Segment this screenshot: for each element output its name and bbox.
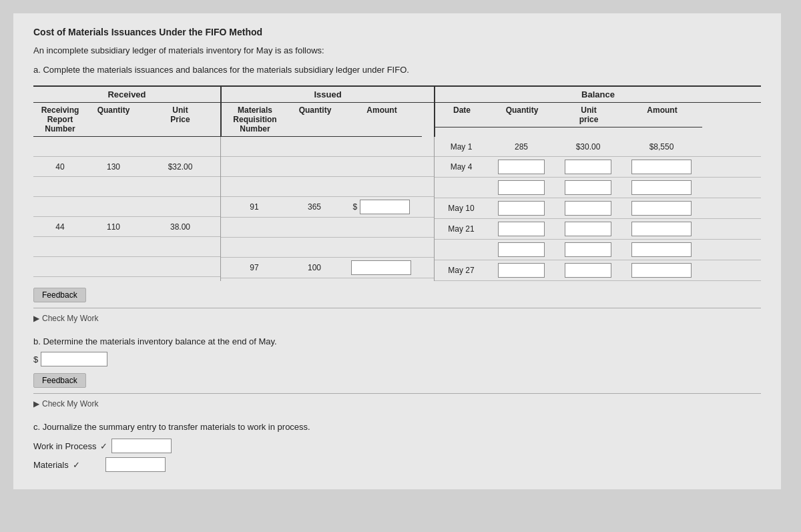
section-c: c. Journalize the summary entry to trans… xyxy=(33,422,761,472)
qty-bal-input-may10[interactable] xyxy=(498,201,545,216)
check-work-label-b: Check My Work xyxy=(42,399,98,409)
cell-date xyxy=(435,185,488,190)
feedback-section-a: Feedback ▶ Check My Work xyxy=(33,288,761,323)
page-title: Cost of Materials Issuances Under the FI… xyxy=(33,27,761,37)
cell-qty-bal xyxy=(488,198,555,218)
table-row: 40 130 $32.00 xyxy=(33,157,220,177)
cell-amount-iss: $ xyxy=(341,197,421,217)
date-header: Date xyxy=(435,103,489,127)
cell-date: May 10 xyxy=(435,201,488,216)
inventory-balance-input[interactable] xyxy=(41,352,107,366)
materials-account: Materials ✓ xyxy=(33,457,166,472)
unit-price-bal-input-may4-1[interactable] xyxy=(565,160,611,174)
check-work-b[interactable]: ▶ Check My Work xyxy=(33,399,761,409)
amount-bal-input-may10[interactable] xyxy=(631,201,692,216)
unit-price-bal-input-may10[interactable] xyxy=(565,201,611,216)
main-page: Cost of Materials Issuances Under the FI… xyxy=(13,13,781,489)
divider-a xyxy=(33,308,761,308)
amount-bal-header: Amount xyxy=(622,103,702,127)
qty-bal-input-may27[interactable] xyxy=(498,263,545,278)
amount-bal-input-may27[interactable] xyxy=(631,263,692,278)
cell-qty-bal xyxy=(488,219,555,239)
materials-label: Materials xyxy=(33,460,69,470)
table-section: Received ReceivingReportNumber Quantity … xyxy=(33,85,761,281)
cell-qty-bal: 285 xyxy=(488,140,555,154)
table-row: 91 365 $ xyxy=(221,197,434,218)
amount-bal-input-may21-1[interactable] xyxy=(631,222,692,236)
group-header-row: Received ReceivingReportNumber Quantity … xyxy=(33,85,761,137)
cell-recv-report: 44 xyxy=(33,220,87,234)
work-in-process-account: Work in Process ✓ xyxy=(33,439,172,453)
cell-recv-report: 40 xyxy=(33,160,87,174)
work-in-process-check-icon: ✓ xyxy=(100,441,107,451)
unit-price-bal-input-may4-2[interactable] xyxy=(565,180,611,195)
check-work-icon-a: ▶ xyxy=(33,314,39,323)
check-work-a[interactable]: ▶ Check My Work xyxy=(33,314,761,323)
cell-qty-iss xyxy=(288,164,341,170)
unit-price-bal-input-may21-1[interactable] xyxy=(565,222,611,236)
cell-qty-iss xyxy=(288,245,341,250)
amount-iss-input-may10[interactable] xyxy=(360,200,410,214)
cell-mat-req: 91 xyxy=(221,200,288,214)
cell-qty-iss xyxy=(288,144,341,150)
amount-bal-input-may21-2[interactable] xyxy=(631,242,692,257)
unit-price-bal-input-may27[interactable] xyxy=(565,263,611,278)
amount-bal-input-may4-1[interactable] xyxy=(631,160,692,174)
cell-qty-recv: 110 xyxy=(87,220,140,234)
cell-unit-price-bal xyxy=(555,198,621,218)
cell-unit-price-bal xyxy=(555,157,621,177)
table-row xyxy=(33,197,220,217)
feedback-button-b[interactable]: Feedback xyxy=(33,373,86,388)
cell-qty-recv xyxy=(87,204,140,210)
cell-qty-recv xyxy=(87,184,140,190)
check-work-label-a: Check My Work xyxy=(42,314,98,323)
cell-date: May 4 xyxy=(435,160,488,174)
issued-label: Issued xyxy=(222,87,434,103)
amount-iss-input-may27[interactable] xyxy=(351,260,411,275)
journal-row-materials: Materials ✓ xyxy=(33,457,761,472)
cell-unit-price-bal xyxy=(555,240,621,260)
qty-bal-input-may4-2[interactable] xyxy=(498,180,545,195)
work-in-process-input[interactable] xyxy=(111,439,172,453)
table-row: 44 110 38.00 xyxy=(33,217,220,237)
table-row xyxy=(435,240,761,260)
cell-unit-price xyxy=(140,264,220,270)
balance-col-headers: Date Quantity Unitprice Amount xyxy=(435,103,761,127)
amount-bal-input-may4-2[interactable] xyxy=(631,180,692,195)
materials-input[interactable] xyxy=(105,457,166,472)
table-row xyxy=(33,257,220,277)
cell-qty-bal xyxy=(488,157,555,177)
table-row xyxy=(33,237,220,257)
feedback-section-b: Feedback ▶ Check My Work xyxy=(33,373,761,409)
cell-unit-price-bal xyxy=(555,178,621,198)
cell-amount-bal xyxy=(621,178,702,198)
received-data-col: 40 130 $32.00 44 xyxy=(33,137,220,281)
qty-bal-input-may21-1[interactable] xyxy=(498,222,545,236)
cell-qty-iss: 365 xyxy=(288,200,341,214)
unit-price-bal-header: Unitprice xyxy=(555,103,622,127)
cell-unit-price-bal: $30.00 xyxy=(555,140,621,154)
cell-unit-price xyxy=(140,144,220,150)
issued-data-col: 91 365 $ xyxy=(220,137,434,281)
cell-recv-report xyxy=(33,264,87,270)
cell-date: May 27 xyxy=(435,263,488,278)
unit-price-header: UnitPrice xyxy=(140,103,220,137)
table-row xyxy=(221,157,434,177)
instruction-c: c. Journalize the summary entry to trans… xyxy=(33,422,761,432)
section-b: b. Determine the materials inventory bal… xyxy=(33,336,761,366)
cell-amount-bal: $8,550 xyxy=(621,140,702,154)
unit-price-bal-input-may21-2[interactable] xyxy=(565,242,611,257)
qty-bal-input-may4-1[interactable] xyxy=(498,160,545,174)
cell-qty-iss xyxy=(288,225,341,230)
materials-check-icon: ✓ xyxy=(73,460,80,470)
feedback-button-a[interactable]: Feedback xyxy=(33,288,86,302)
cell-qty-bal xyxy=(488,240,555,260)
table-row: May 21 xyxy=(435,219,761,240)
work-in-process-label: Work in Process xyxy=(33,441,96,451)
received-label: Received xyxy=(33,87,220,103)
qty-bal-input-may21-2[interactable] xyxy=(498,242,545,257)
cell-date xyxy=(435,247,488,252)
cell-amount-bal xyxy=(621,219,702,239)
table-row: 97 100 xyxy=(221,258,434,278)
balance-data-col: May 1 285 $30.00 $8,550 May 4 xyxy=(434,137,761,281)
